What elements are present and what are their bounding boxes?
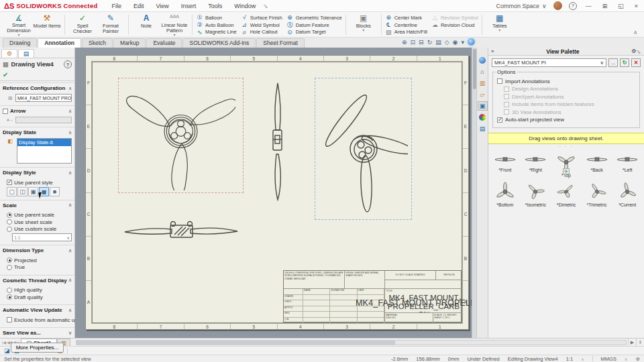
section-arrow[interactable]: Arrow∧: [0, 105, 74, 115]
auto-start-projected-checkbox[interactable]: [497, 117, 502, 123]
view-palette-tab[interactable]: ▣: [478, 101, 488, 111]
thumb-top[interactable]: ✛ *Top: [551, 151, 582, 179]
true-radio[interactable]: [7, 265, 12, 270]
prev-sheet-button[interactable]: ◀: [7, 340, 10, 345]
drawing-sheet[interactable]: 87 65 43 21 87 65 43 21 FE DC BA FE: [85, 55, 469, 330]
zoom-previous-icon[interactable]: ⊟: [419, 39, 424, 46]
centerline-button[interactable]: ℄Centerline: [383, 21, 429, 29]
drawing-view-side-vertical[interactable]: [268, 81, 287, 203]
sheet-scale[interactable]: 1:1: [566, 356, 573, 362]
format-painter-button[interactable]: ✎ Format Painter: [97, 13, 125, 37]
configuration-tab[interactable]: ▤: [18, 49, 34, 58]
section-dimension-type[interactable]: Dimension Type∧: [0, 245, 74, 255]
section-display-state[interactable]: Display State∧: [0, 127, 74, 137]
ribbon-collapse-icon[interactable]: ∧: [629, 28, 641, 37]
canvas-vertical-scrollbar[interactable]: [472, 48, 476, 338]
tab-evaluate[interactable]: Evaluate: [146, 38, 182, 48]
thumb-left[interactable]: *Left: [612, 151, 643, 179]
zoom-fit-icon[interactable]: ⊕: [402, 39, 407, 46]
thumb-front[interactable]: *Front: [490, 151, 521, 179]
view-orientation-button[interactable]: [468, 38, 475, 46]
surface-finish-button[interactable]: √Surface Finish: [239, 14, 284, 21]
menu-insert[interactable]: Insert: [176, 2, 201, 10]
thumb-bottom[interactable]: *Bottom: [490, 180, 521, 208]
sheet-properties-icon[interactable]: ▤: [435, 39, 441, 46]
thumb-trimetric[interactable]: *Trimetric: [582, 180, 612, 208]
thumb-current[interactable]: *Current: [612, 180, 643, 208]
import-annotations-checkbox[interactable]: [497, 78, 502, 84]
file-explorer-tab[interactable]: ▱: [478, 90, 488, 99]
balloon-button[interactable]: ①Balloon: [194, 14, 239, 21]
tables-button[interactable]: ▦ Tables▾: [486, 13, 514, 37]
section-scale[interactable]: Scale∧: [0, 200, 74, 210]
thumb-dimetric[interactable]: *Dimetric: [551, 180, 582, 208]
splitter-handle[interactable]: · · ·: [488, 144, 644, 149]
use-custom-scale-radio[interactable]: [7, 227, 12, 232]
arrow-checkbox[interactable]: [3, 109, 8, 114]
thumb-isometric[interactable]: *Isometric: [521, 180, 551, 208]
zoom-area-icon[interactable]: ⊡: [411, 39, 416, 46]
display-state-list[interactable]: Display State-6: [17, 138, 72, 164]
wireframe-style-button[interactable]: ▢: [7, 187, 17, 196]
horizontal-scrollbar[interactable]: [76, 340, 627, 345]
help-icon[interactable]: ?: [64, 60, 72, 68]
smart-dimension-button[interactable]: ∡ Smart Dimension▾: [5, 13, 33, 37]
model-items-button[interactable]: ⚒ Model Items: [33, 13, 61, 37]
thumb-right[interactable]: *Right: [521, 151, 551, 179]
linear-note-pattern-button[interactable]: AAA Linear Note Pattern▾: [160, 13, 189, 37]
globe-icon[interactable]: ⊕: [635, 356, 640, 362]
browse-button[interactable]: ...: [608, 58, 618, 67]
rotate-view-icon[interactable]: ↻: [427, 39, 433, 46]
close-button[interactable]: ×: [633, 3, 640, 9]
pane-splitter[interactable]: ‖: [636, 339, 644, 346]
datum-feature-button[interactable]: ⒶDatum Feature: [284, 21, 344, 29]
minimize-button[interactable]: —: [584, 3, 594, 9]
high-quality-radio[interactable]: [7, 288, 12, 293]
hidden-lines-removed-button[interactable]: ▣: [28, 187, 38, 196]
use-parent-style-checkbox[interactable]: [7, 180, 12, 185]
section-cosmetic-thread[interactable]: Cosmetic Thread Display∧: [0, 275, 74, 285]
tab-solidworks-add-ins[interactable]: SOLIDWORKS Add-Ins: [182, 38, 256, 48]
use-parent-scale-radio[interactable]: [7, 213, 12, 218]
document-dropdown[interactable]: MK4_FAST MOUNT PI∨: [492, 58, 606, 67]
home-tab[interactable]: ⌂: [478, 67, 488, 76]
menu-tools[interactable]: Tools: [203, 2, 227, 10]
ok-button[interactable]: ✔: [3, 71, 8, 78]
tab-markup[interactable]: Markup: [113, 38, 146, 48]
appearances-tab[interactable]: [478, 113, 488, 122]
solidworks-resources-tab[interactable]: [478, 56, 488, 65]
chevron-up-icon[interactable]: ∧: [625, 357, 627, 361]
restore-button[interactable]: ◱: [616, 3, 626, 9]
section-save-view-as[interactable]: Save View as...∨: [0, 327, 74, 337]
magnetic-line-button[interactable]: ∿Magnetic Line: [194, 28, 239, 36]
help-icon[interactable]: ?: [569, 2, 577, 10]
tab-drawing[interactable]: Drawing: [3, 38, 37, 48]
section-auto-view-update[interactable]: Automatic View Update∧: [0, 304, 74, 314]
dropdown-icon[interactable]: ▾: [461, 39, 464, 46]
datum-target-button[interactable]: ⊙Datum Target: [284, 29, 344, 36]
revision-cloud-button[interactable]: ☁Revision Cloud: [429, 21, 480, 29]
layer-properties-icon[interactable]: ◪: [4, 347, 10, 354]
display-style-icon[interactable]: ◇: [445, 39, 449, 46]
draft-quality-radio[interactable]: [7, 294, 12, 300]
filename-annotation[interactable]: MK4_FAST MOUNT PROPELLER_NE: [356, 298, 476, 308]
delete-button[interactable]: ✕: [631, 58, 641, 67]
blocks-button[interactable]: ▣ Blocks▾: [350, 13, 378, 37]
tab-annotation[interactable]: Annotation: [38, 38, 81, 48]
menu-window[interactable]: Window: [229, 2, 260, 10]
layout-button[interactable]: ⊞: [600, 3, 610, 9]
hidden-lines-visible-button[interactable]: ◫: [17, 187, 28, 196]
chevron-up-icon[interactable]: ∧: [581, 357, 584, 361]
user-avatar[interactable]: [553, 1, 562, 10]
units-selector[interactable]: MMGS: [601, 356, 616, 362]
menu-file[interactable]: File: [107, 2, 126, 10]
section-reference-configuration[interactable]: Reference Configuration∧: [0, 82, 74, 93]
hole-callout-button[interactable]: ⌀Hole Callout: [239, 28, 284, 36]
custom-properties-tab[interactable]: ▤: [478, 124, 488, 133]
drawing-view-side-horizontal[interactable]: [123, 219, 239, 242]
tab-sketch[interactable]: Sketch: [82, 38, 113, 48]
note-button[interactable]: A Note: [132, 13, 160, 37]
projected-radio[interactable]: [7, 257, 12, 263]
menu-edit[interactable]: Edit: [129, 2, 149, 10]
arrow-label-field[interactable]: [15, 117, 72, 123]
